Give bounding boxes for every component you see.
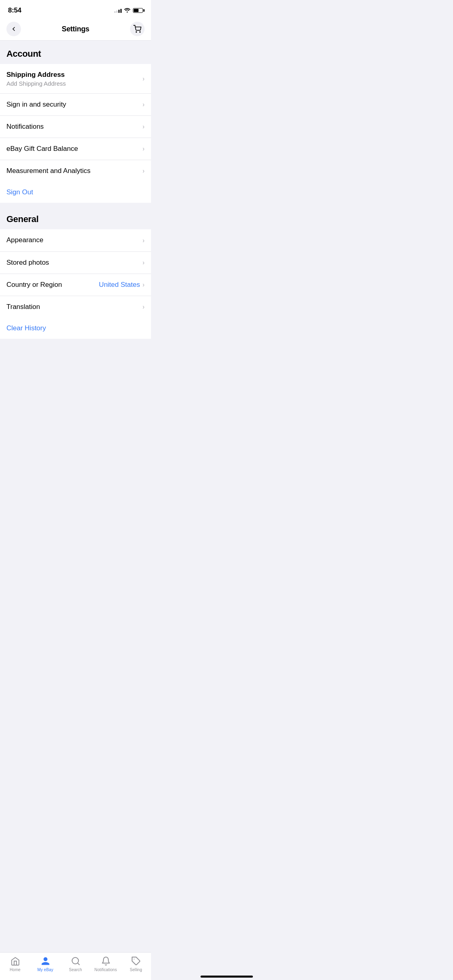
chevron-icon: › xyxy=(143,101,145,108)
clear-history-container: Clear History xyxy=(0,318,151,339)
chevron-icon: › xyxy=(143,303,145,311)
country-region-title: Country or Region xyxy=(6,280,99,289)
scroll-content: Account Shipping Address Add Shipping Ad… xyxy=(0,41,151,375)
gift-card-balance-item[interactable]: eBay Gift Card Balance › xyxy=(0,138,151,160)
shipping-address-subtitle: Add Shipping Address xyxy=(6,80,143,87)
measurement-analytics-left: Measurement and Analytics xyxy=(6,167,143,175)
svg-point-1 xyxy=(140,32,141,33)
general-section-header: General xyxy=(0,206,151,229)
shipping-address-item[interactable]: Shipping Address Add Shipping Address › xyxy=(0,64,151,94)
gift-card-balance-right: › xyxy=(143,145,145,152)
general-section-title: General xyxy=(6,214,39,224)
signal-icon xyxy=(114,8,122,13)
translation-item[interactable]: Translation › xyxy=(0,296,151,318)
shipping-address-left: Shipping Address Add Shipping Address xyxy=(6,70,143,87)
stored-photos-left: Stored photos xyxy=(6,258,143,267)
account-settings-list: Shipping Address Add Shipping Address › … xyxy=(0,64,151,182)
nav-bar: Settings xyxy=(0,18,151,41)
chevron-icon: › xyxy=(143,123,145,130)
chevron-icon: › xyxy=(143,167,145,175)
status-time: 8:54 xyxy=(8,6,21,14)
section-divider xyxy=(0,203,151,206)
svg-point-0 xyxy=(136,32,137,33)
cart-button[interactable] xyxy=(130,22,145,36)
translation-title: Translation xyxy=(6,303,143,311)
appearance-item[interactable]: Appearance › xyxy=(0,229,151,251)
chevron-icon: › xyxy=(143,145,145,152)
page-title: Settings xyxy=(62,25,89,33)
shipping-address-title: Shipping Address xyxy=(6,70,143,79)
general-settings-list: Appearance › Stored photos › Country or … xyxy=(0,229,151,317)
sign-in-security-left: Sign in and security xyxy=(6,100,143,109)
chevron-icon: › xyxy=(143,281,145,288)
measurement-analytics-item[interactable]: Measurement and Analytics › xyxy=(0,160,151,182)
chevron-icon: › xyxy=(143,259,145,266)
sign-in-security-right: › xyxy=(143,101,145,108)
gift-card-balance-title: eBay Gift Card Balance xyxy=(6,144,143,153)
shipping-address-right: › xyxy=(143,75,145,82)
country-region-right: United States › xyxy=(99,281,145,289)
account-section-title: Account xyxy=(6,49,41,59)
battery-icon xyxy=(133,8,143,13)
stored-photos-item[interactable]: Stored photos › xyxy=(0,252,151,274)
sign-out-button[interactable]: Sign Out xyxy=(6,188,33,196)
gift-card-balance-left: eBay Gift Card Balance xyxy=(6,144,143,153)
sign-out-container: Sign Out xyxy=(0,182,151,203)
chevron-icon: › xyxy=(143,75,145,82)
appearance-right: › xyxy=(143,237,145,244)
wifi-icon xyxy=(124,8,130,14)
translation-left: Translation xyxy=(6,303,143,311)
appearance-title: Appearance xyxy=(6,236,143,245)
translation-right: › xyxy=(143,303,145,311)
stored-photos-title: Stored photos xyxy=(6,258,143,267)
status-bar: 8:54 xyxy=(0,0,151,18)
notifications-item[interactable]: Notifications › xyxy=(0,116,151,138)
measurement-analytics-right: › xyxy=(143,167,145,175)
notifications-left: Notifications xyxy=(6,122,143,131)
notifications-title: Notifications xyxy=(6,122,143,131)
status-icons xyxy=(114,8,143,14)
account-section-header: Account xyxy=(0,41,151,64)
clear-history-button[interactable]: Clear History xyxy=(6,324,46,332)
country-region-value: United States xyxy=(99,281,140,289)
sign-in-security-title: Sign in and security xyxy=(6,100,143,109)
chevron-icon: › xyxy=(143,237,145,244)
sign-in-security-item[interactable]: Sign in and security › xyxy=(0,94,151,116)
appearance-left: Appearance xyxy=(6,236,143,245)
country-region-left: Country or Region xyxy=(6,280,99,289)
country-region-item[interactable]: Country or Region United States › xyxy=(0,274,151,296)
measurement-analytics-title: Measurement and Analytics xyxy=(6,167,143,175)
stored-photos-right: › xyxy=(143,259,145,266)
back-button[interactable] xyxy=(6,22,21,36)
notifications-right: › xyxy=(143,123,145,130)
